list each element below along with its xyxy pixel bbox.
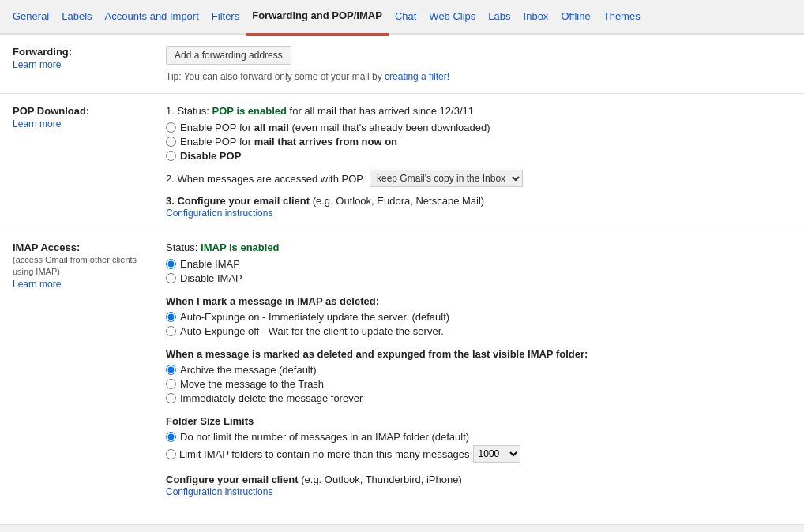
imap-expunge-on-label: Auto-Expunge on - Immediately update the… <box>180 311 449 323</box>
pop-disable-label: Disable POP <box>180 150 241 162</box>
pop-config-link[interactable]: Configuration instructions <box>166 208 272 219</box>
add-forwarding-button[interactable]: Add a forwarding address <box>166 46 291 65</box>
imap-no-limit-radio: Do not limit the number of messages in a… <box>166 431 779 443</box>
imap-auto-expunge-off: Auto-Expunge off - Wait for the client t… <box>166 325 779 337</box>
pop-status-line: 1. Status: POP is enabled for all mail t… <box>166 105 779 117</box>
imap-client-heading: Configure your email client <box>166 474 299 485</box>
nav-item-offline[interactable]: Offline <box>554 0 596 34</box>
imap-label-area: IMAP Access: (access Gmail from other cl… <box>0 242 166 497</box>
nav-item-inbox[interactable]: Inbox <box>517 0 555 34</box>
pop-label-area: POP Download: Learn more <box>0 105 166 219</box>
imap-config-link[interactable]: Configuration instructions <box>166 486 272 497</box>
imap-configure-client: Configure your email client (e.g. Outloo… <box>166 474 779 497</box>
imap-disable-label: Disable IMAP <box>180 272 242 284</box>
pop-status-text: POP is enabled <box>212 105 287 117</box>
forwarding-learn-more[interactable]: Learn more <box>13 59 153 70</box>
pop-radio-from-now: Enable POP for mail that arrives from no… <box>166 136 779 148</box>
pop-section: POP Download: Learn more 1. Status: POP … <box>0 94 804 230</box>
pop-radio-now-label: Enable POP for mail that arrives from no… <box>180 136 397 148</box>
pop-radio-now-input[interactable] <box>166 137 176 147</box>
imap-trash-radio: Move the message to the Trash <box>166 378 779 390</box>
imap-title: IMAP Access: <box>13 242 80 253</box>
imap-no-limit-label: Do not limit the number of messages in a… <box>180 431 469 443</box>
imap-status-text: IMAP is enabled <box>201 242 279 253</box>
imap-section: IMAP Access: (access Gmail from other cl… <box>0 230 804 508</box>
imap-disable-input[interactable] <box>166 273 176 283</box>
imap-archive-input[interactable] <box>166 365 176 375</box>
imap-deleted-heading: When I mark a message in IMAP as deleted… <box>166 295 779 307</box>
pop-when-accessed: 2. When messages are accessed with POP k… <box>166 170 779 187</box>
nav-item-chat[interactable]: Chat <box>389 0 423 34</box>
pop-radio-disable: Disable POP <box>166 150 779 162</box>
imap-delete-input[interactable] <box>166 393 176 403</box>
imap-archive-label: Archive the message (default) <box>180 364 317 376</box>
forwarding-tip: Tip: You can also forward only some of y… <box>166 71 779 82</box>
imap-disable-radio: Disable IMAP <box>166 272 779 284</box>
imap-expunge-off-label: Auto-Expunge off - Wait for the client t… <box>180 325 444 337</box>
tip-text-prefix: Tip: You can also forward only some of y… <box>166 71 382 82</box>
pop-title: POP Download: <box>13 105 89 117</box>
imap-expunged-heading: When a message is marked as deleted and … <box>166 348 779 360</box>
imap-expunge-on-input[interactable] <box>166 312 176 322</box>
imap-learn-more[interactable]: Learn more <box>13 279 153 290</box>
nav-item-themes[interactable]: Themes <box>597 0 647 34</box>
nav-item-labels[interactable]: Labels <box>55 0 98 34</box>
pop-step1-prefix: 1. Status: <box>166 105 209 117</box>
imap-auto-expunge-on: Auto-Expunge on - Immediately update the… <box>166 311 779 323</box>
imap-delete-label: Immediately delete the message forever <box>180 392 363 404</box>
pop-step1-suffix: for all mail that has arrived since 12/3… <box>290 105 474 117</box>
imap-limit-input[interactable] <box>166 449 176 459</box>
nav-item-forwarding-and-pop/imap[interactable]: Forwarding and POP/IMAP <box>246 0 389 36</box>
pop-action-select[interactable]: keep Gmail's copy in the Inboxarchive Gm… <box>370 170 523 187</box>
imap-body: Status: IMAP is enabled Enable IMAP Disa… <box>166 242 791 497</box>
forwarding-body: Add a forwarding address Tip: You can al… <box>166 46 791 82</box>
nav-item-web-clips[interactable]: Web Clips <box>423 0 482 34</box>
pop-step3: 3. Configure your email client (e.g. Out… <box>166 195 779 219</box>
pop-radio-all-mail: Enable POP for all mail (even mail that'… <box>166 122 779 133</box>
imap-delete-radio: Immediately delete the message forever <box>166 392 779 404</box>
imap-enable-radio: Enable IMAP <box>166 258 779 270</box>
footer-bar: Save Changes Cancel <box>0 524 804 532</box>
imap-trash-label: Move the message to the Trash <box>180 378 324 390</box>
imap-enable-input[interactable] <box>166 259 176 269</box>
forwarding-label: Forwarding: Learn more <box>0 46 166 82</box>
pop-radio-all-label: Enable POP for all mail (even mail that'… <box>180 122 490 133</box>
imap-limit-row: Limit IMAP folders to contain no more th… <box>166 445 779 463</box>
pop-step3-text: 3. Configure your email client (e.g. Out… <box>166 195 484 207</box>
nav-item-general[interactable]: General <box>6 0 55 34</box>
folder-size-heading: Folder Size Limits <box>166 415 779 427</box>
imap-sub-label: (access Gmail from other clients using I… <box>13 255 137 276</box>
nav-item-filters[interactable]: Filters <box>205 0 246 34</box>
imap-enable-label: Enable IMAP <box>180 258 240 270</box>
imap-client-suffix: (e.g. Outlook, Thunderbird, iPhone) <box>301 474 462 485</box>
nav-item-accounts-and-import[interactable]: Accounts and Import <box>99 0 205 34</box>
imap-status-line: Status: IMAP is enabled <box>166 242 779 253</box>
imap-status-prefix: Status: <box>166 242 197 253</box>
settings-content: Forwarding: Learn more Add a forwarding … <box>0 35 804 524</box>
forwarding-title: Forwarding: <box>13 46 72 58</box>
pop-step2-text: 2. When messages are accessed with POP <box>166 173 363 185</box>
pop-radio-disable-input[interactable] <box>166 151 176 161</box>
nav-item-labs[interactable]: Labs <box>482 0 517 34</box>
creating-filter-link[interactable]: creating a filter! <box>385 71 449 82</box>
pop-body: 1. Status: POP is enabled for all mail t… <box>166 105 791 219</box>
forwarding-section: Forwarding: Learn more Add a forwarding … <box>0 35 804 94</box>
imap-limit-label: Limit IMAP folders to contain no more th… <box>179 448 470 460</box>
pop-learn-more[interactable]: Learn more <box>13 118 153 129</box>
pop-radio-all-input[interactable] <box>166 122 176 133</box>
imap-expunge-off-input[interactable] <box>166 326 176 336</box>
imap-archive-radio: Archive the message (default) <box>166 364 779 376</box>
imap-no-limit-input[interactable] <box>166 432 176 442</box>
imap-trash-input[interactable] <box>166 379 176 389</box>
imap-limit-select[interactable]: 10002000500010000 <box>473 445 520 463</box>
top-nav: GeneralLabelsAccounts and ImportFiltersF… <box>0 0 804 35</box>
